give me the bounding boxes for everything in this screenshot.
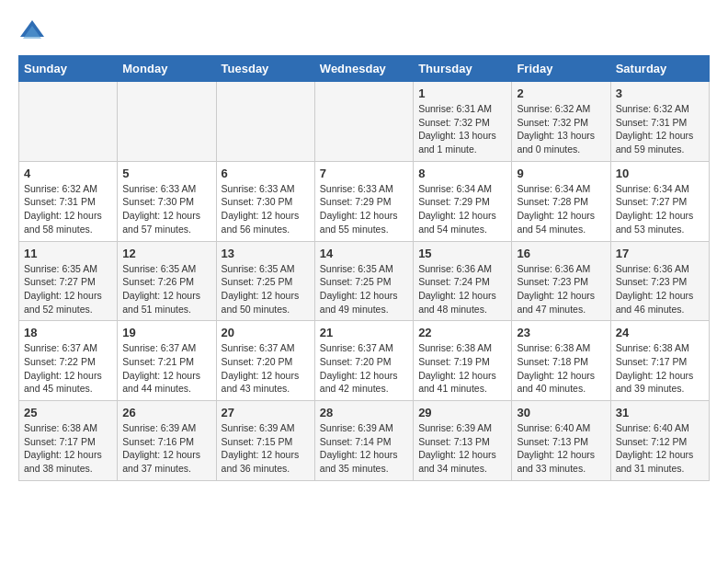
day-info: Sunrise: 6:35 AM Sunset: 7:27 PM Dayligh… [24,262,112,316]
calendar-cell: 18Sunrise: 6:37 AM Sunset: 7:22 PM Dayli… [19,321,118,401]
day-number: 2 [517,86,605,100]
header-friday: Friday [512,56,610,82]
calendar-cell: 11Sunrise: 6:35 AM Sunset: 7:27 PM Dayli… [19,241,118,321]
calendar-cell: 9Sunrise: 6:34 AM Sunset: 7:28 PM Daylig… [512,161,610,241]
calendar-cell: 4Sunrise: 6:32 AM Sunset: 7:31 PM Daylig… [19,161,118,241]
calendar-table: SundayMondayTuesdayWednesdayThursdayFrid… [18,55,710,481]
day-number: 21 [320,326,408,339]
calendar-week-row: 1Sunrise: 6:31 AM Sunset: 7:32 PM Daylig… [19,82,710,162]
calendar-cell: 13Sunrise: 6:35 AM Sunset: 7:25 PM Dayli… [216,241,314,321]
calendar-cell: 17Sunrise: 6:36 AM Sunset: 7:23 PM Dayli… [610,241,709,321]
day-info: Sunrise: 6:32 AM Sunset: 7:31 PM Dayligh… [24,182,112,236]
page-header [18,18,710,46]
day-number: 4 [24,167,112,180]
day-info: Sunrise: 6:37 AM Sunset: 7:21 PM Dayligh… [122,341,210,396]
day-number: 3 [616,86,704,100]
day-info: Sunrise: 6:34 AM Sunset: 7:28 PM Dayligh… [517,182,605,236]
day-info: Sunrise: 6:33 AM Sunset: 7:29 PM Dayligh… [320,182,408,236]
calendar-cell: 1Sunrise: 6:31 AM Sunset: 7:32 PM Daylig… [414,82,512,162]
day-number: 19 [122,326,210,339]
day-number: 5 [122,167,210,180]
day-number: 23 [517,326,605,339]
day-number: 7 [320,167,408,180]
day-info: Sunrise: 6:35 AM Sunset: 7:25 PM Dayligh… [222,262,310,316]
day-info: Sunrise: 6:40 AM Sunset: 7:12 PM Dayligh… [616,421,704,476]
day-info: Sunrise: 6:39 AM Sunset: 7:13 PM Dayligh… [418,421,506,476]
day-number: 25 [24,406,112,419]
day-number: 11 [24,247,112,260]
logo-icon [18,18,46,46]
calendar-week-row: 25Sunrise: 6:38 AM Sunset: 7:17 PM Dayli… [19,401,710,481]
day-number: 1 [418,86,506,100]
day-number: 8 [418,167,506,180]
calendar-cell: 19Sunrise: 6:37 AM Sunset: 7:21 PM Dayli… [118,321,216,401]
day-number: 12 [122,247,210,260]
day-info: Sunrise: 6:31 AM Sunset: 7:32 PM Dayligh… [418,102,506,156]
header-wednesday: Wednesday [314,56,413,82]
calendar-cell [216,82,314,162]
day-info: Sunrise: 6:35 AM Sunset: 7:25 PM Dayligh… [320,262,408,316]
header-sunday: Sunday [19,56,118,82]
calendar-week-row: 18Sunrise: 6:37 AM Sunset: 7:22 PM Dayli… [19,321,710,401]
day-info: Sunrise: 6:37 AM Sunset: 7:22 PM Dayligh… [24,341,112,396]
day-info: Sunrise: 6:38 AM Sunset: 7:17 PM Dayligh… [616,341,704,396]
calendar-week-row: 11Sunrise: 6:35 AM Sunset: 7:27 PM Dayli… [19,241,710,321]
day-number: 24 [616,326,704,339]
header-saturday: Saturday [610,56,709,82]
calendar-cell: 12Sunrise: 6:35 AM Sunset: 7:26 PM Dayli… [118,241,216,321]
day-info: Sunrise: 6:33 AM Sunset: 7:30 PM Dayligh… [122,182,210,236]
day-info: Sunrise: 6:38 AM Sunset: 7:19 PM Dayligh… [418,341,506,396]
calendar-cell: 31Sunrise: 6:40 AM Sunset: 7:12 PM Dayli… [610,401,709,481]
day-number: 10 [616,167,704,180]
calendar-cell: 5Sunrise: 6:33 AM Sunset: 7:30 PM Daylig… [118,161,216,241]
day-info: Sunrise: 6:39 AM Sunset: 7:16 PM Dayligh… [122,421,210,476]
day-info: Sunrise: 6:36 AM Sunset: 7:23 PM Dayligh… [517,262,605,316]
calendar-week-row: 4Sunrise: 6:32 AM Sunset: 7:31 PM Daylig… [19,161,710,241]
day-info: Sunrise: 6:36 AM Sunset: 7:24 PM Dayligh… [418,262,506,316]
calendar-cell: 22Sunrise: 6:38 AM Sunset: 7:19 PM Dayli… [414,321,512,401]
day-number: 6 [222,167,310,180]
calendar-cell: 6Sunrise: 6:33 AM Sunset: 7:30 PM Daylig… [216,161,314,241]
day-info: Sunrise: 6:33 AM Sunset: 7:30 PM Dayligh… [222,182,310,236]
day-info: Sunrise: 6:34 AM Sunset: 7:29 PM Dayligh… [418,182,506,236]
day-info: Sunrise: 6:37 AM Sunset: 7:20 PM Dayligh… [222,341,310,396]
day-info: Sunrise: 6:38 AM Sunset: 7:17 PM Dayligh… [24,421,112,476]
day-info: Sunrise: 6:35 AM Sunset: 7:26 PM Dayligh… [122,262,210,316]
calendar-cell [19,82,118,162]
calendar-cell: 8Sunrise: 6:34 AM Sunset: 7:29 PM Daylig… [414,161,512,241]
logo [18,18,51,46]
calendar-cell: 28Sunrise: 6:39 AM Sunset: 7:14 PM Dayli… [314,401,413,481]
calendar-cell: 29Sunrise: 6:39 AM Sunset: 7:13 PM Dayli… [414,401,512,481]
day-number: 13 [222,247,310,260]
day-number: 22 [418,326,506,339]
day-number: 18 [24,326,112,339]
header-tuesday: Tuesday [216,56,314,82]
calendar-cell: 15Sunrise: 6:36 AM Sunset: 7:24 PM Dayli… [414,241,512,321]
calendar-header-row: SundayMondayTuesdayWednesdayThursdayFrid… [19,56,710,82]
day-info: Sunrise: 6:39 AM Sunset: 7:14 PM Dayligh… [320,421,408,476]
day-number: 30 [517,406,605,419]
day-number: 27 [222,406,310,419]
calendar-cell: 14Sunrise: 6:35 AM Sunset: 7:25 PM Dayli… [314,241,413,321]
day-number: 31 [616,406,704,419]
header-monday: Monday [118,56,216,82]
day-number: 29 [418,406,506,419]
day-number: 9 [517,167,605,180]
day-number: 14 [320,247,408,260]
calendar-cell: 26Sunrise: 6:39 AM Sunset: 7:16 PM Dayli… [118,401,216,481]
calendar-cell: 25Sunrise: 6:38 AM Sunset: 7:17 PM Dayli… [19,401,118,481]
day-number: 28 [320,406,408,419]
calendar-cell [314,82,413,162]
calendar-cell: 2Sunrise: 6:32 AM Sunset: 7:32 PM Daylig… [512,82,610,162]
calendar-cell: 3Sunrise: 6:32 AM Sunset: 7:31 PM Daylig… [610,82,709,162]
day-number: 15 [418,247,506,260]
day-info: Sunrise: 6:39 AM Sunset: 7:15 PM Dayligh… [222,421,310,476]
day-number: 16 [517,247,605,260]
day-info: Sunrise: 6:34 AM Sunset: 7:27 PM Dayligh… [616,182,704,236]
day-info: Sunrise: 6:40 AM Sunset: 7:13 PM Dayligh… [517,421,605,476]
day-info: Sunrise: 6:32 AM Sunset: 7:31 PM Dayligh… [616,102,704,156]
calendar-cell: 20Sunrise: 6:37 AM Sunset: 7:20 PM Dayli… [216,321,314,401]
header-thursday: Thursday [414,56,512,82]
day-info: Sunrise: 6:37 AM Sunset: 7:20 PM Dayligh… [320,341,408,396]
calendar-cell: 23Sunrise: 6:38 AM Sunset: 7:18 PM Dayli… [512,321,610,401]
